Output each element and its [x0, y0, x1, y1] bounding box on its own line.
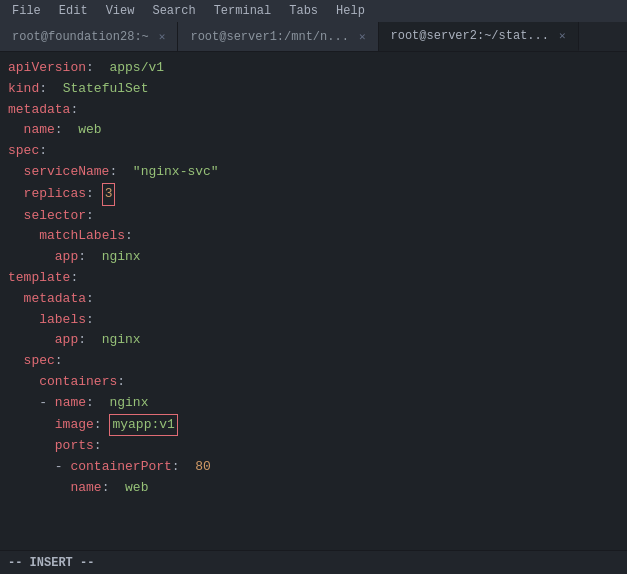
line-20: - containerPort: 80 — [0, 457, 627, 478]
editor-mode: -- INSERT -- — [8, 556, 94, 570]
menu-search[interactable]: Search — [144, 2, 203, 20]
key-kind: kind — [8, 79, 39, 100]
tab-3-close[interactable]: ✕ — [559, 29, 566, 42]
tab-2-close[interactable]: ✕ — [359, 30, 366, 43]
tab-3-label: root@server2:~/stat... — [391, 29, 549, 43]
line-3: metadata: — [0, 100, 627, 121]
line-18: image: myapp:v1 — [0, 414, 627, 437]
menu-help[interactable]: Help — [328, 2, 373, 20]
line-12: metadata: — [0, 289, 627, 310]
tab-2[interactable]: root@server1:/mnt/n... ✕ — [178, 22, 378, 51]
key-servicename: serviceName — [24, 162, 110, 183]
menu-view[interactable]: View — [98, 2, 143, 20]
key-name-nginx: name — [55, 393, 86, 414]
key-app-1: app — [55, 247, 78, 268]
line-14: app: nginx — [0, 330, 627, 351]
key-replicas: replicas — [24, 184, 86, 205]
line-9: matchLabels: — [0, 226, 627, 247]
key-spec-2: spec — [24, 351, 55, 372]
line-13: labels: — [0, 310, 627, 331]
line-4: name: web — [0, 120, 627, 141]
replicas-value: 3 — [102, 183, 116, 206]
line-19: ports: — [0, 436, 627, 457]
statusbar: -- INSERT -- — [0, 550, 627, 574]
key-metadata: metadata — [8, 100, 70, 121]
key-apiversion: apiVersion — [8, 58, 86, 79]
line-16: containers: — [0, 372, 627, 393]
key-containerport: containerPort — [70, 457, 171, 478]
line-11: template: — [0, 268, 627, 289]
line-7: replicas: 3 — [0, 183, 627, 206]
line-15: spec: — [0, 351, 627, 372]
menu-tabs[interactable]: Tabs — [281, 2, 326, 20]
editor-area: apiVersion: apps/v1 kind: StatefulSet me… — [0, 52, 627, 550]
line-2: kind: StatefulSet — [0, 79, 627, 100]
tab-3[interactable]: root@server2:~/stat... ✕ — [379, 22, 579, 51]
line-10: app: nginx — [0, 247, 627, 268]
key-labels: labels — [39, 310, 86, 331]
tab-2-label: root@server1:/mnt/n... — [190, 30, 348, 44]
line-17: - name: nginx — [0, 393, 627, 414]
key-name-port: name — [70, 478, 101, 499]
key-containers: containers — [39, 372, 117, 393]
key-image: image — [55, 415, 94, 436]
key-template: template — [8, 268, 70, 289]
tab-1-close[interactable]: ✕ — [159, 30, 166, 43]
line-1: apiVersion: apps/v1 — [0, 58, 627, 79]
key-matchlabels: matchLabels — [39, 226, 125, 247]
key-app-2: app — [55, 330, 78, 351]
line-8: selector: — [0, 206, 627, 227]
image-value: myapp:v1 — [109, 414, 177, 437]
menu-edit[interactable]: Edit — [51, 2, 96, 20]
key-name-web: name — [24, 120, 55, 141]
menu-file[interactable]: File — [4, 2, 49, 20]
menubar: File Edit View Search Terminal Tabs Help — [0, 0, 627, 22]
key-ports: ports — [55, 436, 94, 457]
menu-terminal[interactable]: Terminal — [206, 2, 280, 20]
line-21: name: web — [0, 478, 627, 499]
tab-1[interactable]: root@foundation28:~ ✕ — [0, 22, 178, 51]
line-5: spec: — [0, 141, 627, 162]
key-spec: spec — [8, 141, 39, 162]
tabbar: root@foundation28:~ ✕ root@server1:/mnt/… — [0, 22, 627, 52]
key-selector: selector — [24, 206, 86, 227]
line-6: serviceName: "nginx-svc" — [0, 162, 627, 183]
key-metadata-2: metadata — [24, 289, 86, 310]
tab-1-label: root@foundation28:~ — [12, 30, 149, 44]
